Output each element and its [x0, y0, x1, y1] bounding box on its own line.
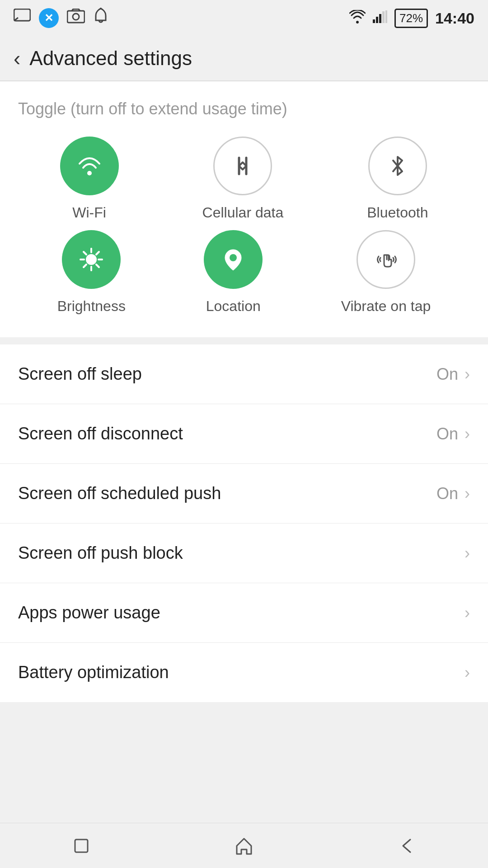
wifi-toggle[interactable]: Wi-Fi: [60, 137, 119, 221]
screen-disconnect-right: On ›: [436, 425, 470, 443]
svg-rect-5: [376, 17, 378, 23]
svg-point-9: [87, 171, 92, 175]
screen-disconnect-value: On: [436, 425, 458, 443]
svg-rect-4: [373, 19, 375, 23]
status-time: 14:40: [435, 9, 474, 27]
cellular-toggle[interactable]: Cellular data: [202, 137, 284, 221]
vibrate-toggle[interactable]: Vibrate on tap: [341, 230, 431, 315]
toggle-section: Toggle (turn off to extend usage time) W…: [0, 81, 488, 337]
status-left-icons: ✕: [14, 8, 108, 29]
battery-opt-right: ›: [465, 663, 470, 682]
vibrate-label: Vibrate on tap: [341, 298, 431, 315]
screen-push-label: Screen off scheduled push: [18, 484, 221, 503]
svg-rect-7: [382, 11, 385, 23]
push-block-item[interactable]: Screen off push block ›: [0, 524, 488, 583]
screen-disconnect-label: Screen off disconnect: [18, 424, 183, 443]
svg-point-21: [230, 254, 237, 261]
brightness-toggle-circle: [62, 230, 121, 289]
screen-sleep-right: On ›: [436, 365, 470, 384]
cellular-label: Cellular data: [202, 204, 284, 221]
wifi-label: Wi-Fi: [72, 204, 106, 221]
battery-opt-label: Battery optimization: [18, 663, 169, 682]
svg-line-20: [84, 264, 86, 267]
wifi-status-icon: [349, 10, 366, 27]
screen-sleep-label: Screen off sleep: [18, 364, 142, 384]
toggle-label: Toggle (turn off to extend usage time): [18, 99, 470, 118]
apps-power-label: Apps power usage: [18, 603, 160, 623]
brightness-toggle[interactable]: Brightness: [57, 230, 126, 315]
toggle-sublabel: (turn off to extend usage time): [70, 99, 287, 118]
cellular-toggle-circle: [213, 137, 272, 195]
svg-line-17: [84, 252, 86, 255]
svg-point-12: [86, 254, 97, 265]
message-icon: [14, 9, 31, 28]
location-toggle-circle: [204, 230, 263, 289]
photo-icon: [67, 9, 85, 28]
screen-push-right: On ›: [436, 484, 470, 503]
chevron-icon: ›: [465, 604, 470, 623]
screen-push-value: On: [436, 484, 458, 503]
twitter-icon: ✕: [39, 8, 59, 28]
bluetooth-label: Bluetooth: [367, 204, 428, 221]
page-title: Advanced settings: [29, 47, 192, 70]
svg-rect-8: [385, 10, 387, 23]
push-block-label: Screen off push block: [18, 543, 183, 563]
bell-icon: [93, 8, 108, 29]
section-divider: [0, 337, 488, 344]
settings-list: Screen off sleep On › Screen off disconn…: [0, 344, 488, 702]
status-bar: ✕: [0, 0, 488, 36]
toggle-row-1: Wi-Fi Cellular data Bluetooth: [18, 137, 470, 221]
screen-disconnect-item[interactable]: Screen off disconnect On ›: [0, 404, 488, 464]
svg-point-2: [73, 14, 79, 20]
header: ‹ Advanced settings: [0, 36, 488, 81]
toggle-row-2: Brightness Location: [18, 230, 470, 315]
bluetooth-toggle-circle: [368, 137, 427, 195]
chevron-icon: ›: [465, 544, 470, 563]
status-right-icons: 72% 14:40: [349, 9, 474, 28]
screen-push-item[interactable]: Screen off scheduled push On ›: [0, 464, 488, 524]
push-block-right: ›: [465, 544, 470, 563]
recent-apps-button[interactable]: [59, 832, 104, 859]
back-button[interactable]: ‹: [14, 48, 20, 69]
battery-opt-item[interactable]: Battery optimization ›: [0, 643, 488, 702]
chevron-icon: ›: [465, 484, 470, 503]
svg-rect-1: [67, 11, 84, 23]
chevron-icon: ›: [465, 425, 470, 443]
svg-rect-6: [379, 14, 381, 23]
brightness-label: Brightness: [57, 298, 126, 315]
location-toggle[interactable]: Location: [204, 230, 263, 315]
apps-power-right: ›: [465, 604, 470, 623]
screen-sleep-item[interactable]: Screen off sleep On ›: [0, 344, 488, 404]
chevron-icon: ›: [465, 365, 470, 384]
chevron-icon: ›: [465, 663, 470, 682]
apps-power-item[interactable]: Apps power usage ›: [0, 583, 488, 643]
back-nav-button[interactable]: [384, 832, 429, 859]
home-button[interactable]: [221, 832, 267, 859]
battery-icon: 72%: [394, 9, 428, 28]
svg-line-19: [96, 252, 99, 255]
signal-icon: [373, 10, 387, 26]
screen-sleep-value: On: [436, 365, 458, 384]
vibrate-toggle-circle: [357, 230, 415, 289]
svg-line-18: [96, 264, 99, 267]
bluetooth-toggle[interactable]: Bluetooth: [367, 137, 428, 221]
svg-rect-24: [75, 840, 88, 852]
wifi-toggle-circle: [60, 137, 119, 195]
location-label: Location: [206, 298, 261, 315]
bottom-nav: [0, 823, 488, 868]
